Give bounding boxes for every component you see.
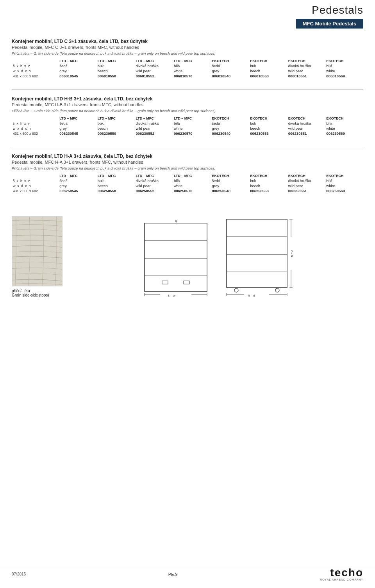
section3-dim-header xyxy=(12,173,58,178)
side-diagram: h – d v – h xyxy=(223,215,301,297)
section2-subtitle: Příčná léta – Grain side-side (léta pouz… xyxy=(12,109,363,113)
s1-label-sh: š x h x v xyxy=(12,63,58,68)
s3-c6-sub2: beech xyxy=(249,183,287,188)
diagrams-area: φ š – w h xyxy=(78,215,363,297)
section1-subtitle: Příčná léta – Grain side-side (léta pouz… xyxy=(12,51,363,55)
s3-c2-sub1: buk xyxy=(96,178,135,183)
s2-col5-header: EKOTECH xyxy=(211,116,249,121)
s3-c5-sub1: šedá xyxy=(211,178,249,183)
s2-c8-sub2: white xyxy=(325,126,363,131)
s2-c7-sub2: wild pear xyxy=(287,126,325,131)
section2-header-row: LTD – MFC LTD – MFC LTD – MFC LTD – MFC … xyxy=(12,116,363,121)
s2-c6-sub2: beech xyxy=(249,126,287,131)
s1-c1-sub2: grey xyxy=(58,68,96,73)
s1-c2-code: 006810550 xyxy=(96,73,135,79)
s2-col3-header: LTD – MFC xyxy=(134,116,173,121)
s1-c3-sub1: divoká hruška xyxy=(134,63,173,68)
grain-image xyxy=(12,216,62,286)
s1-c6-sub2: beech xyxy=(249,68,287,73)
s1-row-sub1: š x h x v šedá buk divoká hruška bílá še… xyxy=(12,63,363,68)
s3-c5-code: 006250540 xyxy=(211,188,249,193)
s1-col3-header: LTD – MFC xyxy=(134,59,173,63)
section1-title-cz: Kontejner mobilní, LTD C 3+1 zásuvka, če… xyxy=(12,39,363,44)
svg-rect-0 xyxy=(12,216,62,286)
s3-c1-sub1: šedá xyxy=(58,178,96,183)
s2-dims: 431 x 600 x 602 xyxy=(12,131,58,136)
s1-col7-header: EKOTECH xyxy=(287,59,325,63)
s3-c8-sub2: white xyxy=(325,183,363,188)
section2-table: LTD – MFC LTD – MFC LTD – MFC LTD – MFC … xyxy=(12,116,363,136)
s3-c5-sub2: grey xyxy=(211,183,249,188)
s1-c7-code: 006810551 xyxy=(287,73,325,79)
s1-col8-header: EKOTECH xyxy=(325,59,363,63)
svg-text:h – d: h – d xyxy=(248,294,255,297)
svg-text:φ: φ xyxy=(175,219,177,223)
s3-dims: 431 x 600 x 602 xyxy=(12,188,58,193)
s1-c8-code: 006810569 xyxy=(325,73,363,79)
s3-c7-code: 006250551 xyxy=(287,188,325,193)
s3-col7-header: EKOTECH xyxy=(287,173,325,178)
s2-label-wx: w x d x h xyxy=(12,126,58,131)
grain-wrapper: příčná léta Grain side-side (tops) xyxy=(12,216,78,297)
page-title: Pedestals xyxy=(312,4,363,16)
s3-c6-code: 006250553 xyxy=(249,188,287,193)
divider2 xyxy=(12,147,363,147)
s1-c3-sub2: wild pear xyxy=(134,68,173,73)
grain-svg xyxy=(12,216,62,286)
s1-c3-code: 006810552 xyxy=(134,73,173,79)
s2-c4-sub2: white xyxy=(173,126,211,131)
s1-c1-sub1: šedá xyxy=(58,63,96,68)
s3-c4-sub1: bílá xyxy=(173,178,211,183)
s2-c7-sub1: divoká hruška xyxy=(287,121,325,126)
grain-caption-en: Grain side-side (tops) xyxy=(12,293,49,297)
footer-date: 07/2015 xyxy=(12,572,26,576)
svg-rect-1 xyxy=(145,223,207,291)
s3-c7-sub1: divoká hruška xyxy=(287,178,325,183)
section1-title-en: Pedestal mobile, MFC C 3+1 drawers, fron… xyxy=(12,45,363,50)
s2-c8-sub1: bílá xyxy=(325,121,363,126)
section2-title-en: Pedestal mobile, MFC H-B 3+1 drawers, fr… xyxy=(12,102,363,107)
s2-c7-code: 006230551 xyxy=(287,131,325,136)
side-diagram-svg: h – d v – h xyxy=(223,215,301,297)
s2-col8-header: EKOTECH xyxy=(325,116,363,121)
s1-c4-code: 006810570 xyxy=(173,73,211,79)
page-header-area: Pedestals MFC Mobile Pedestals xyxy=(0,0,375,29)
s1-c1-code: 006810545 xyxy=(58,73,96,79)
s3-col2-header: LTD – MFC xyxy=(96,173,135,178)
s2-row-codes: 431 x 600 x 602 006230545 006230550 0062… xyxy=(12,131,363,136)
s2-col6-header: EKOTECH xyxy=(249,116,287,121)
s3-row-sub1: š x h x v šedá buk divoká hruška bílá še… xyxy=(12,178,363,183)
s2-c4-code: 006230570 xyxy=(173,131,211,136)
grain-caption-cz: příčná léta xyxy=(12,289,49,293)
s2-col1-header: LTD – MFC xyxy=(58,116,96,121)
s1-c5-sub2: grey xyxy=(211,68,249,73)
page-footer: 07/2015 PE.9 techo ROYAL AHREND COMPANY xyxy=(0,567,375,581)
s3-c2-code: 006250550 xyxy=(96,188,135,193)
s1-c7-sub2: wild pear xyxy=(287,68,325,73)
header-right: Pedestals MFC Mobile Pedestals xyxy=(296,4,363,29)
s3-c7-sub2: wild pear xyxy=(287,183,325,188)
s2-c5-code: 006230540 xyxy=(211,131,249,136)
s1-c7-sub1: divoká hruška xyxy=(287,63,325,68)
s1-c8-sub1: bílá xyxy=(325,63,363,68)
s3-col8-header: EKOTECH xyxy=(325,173,363,178)
s2-c5-sub1: šedá xyxy=(211,121,249,126)
s2-c1-sub1: šedá xyxy=(58,121,96,126)
s2-c5-sub2: grey xyxy=(211,126,249,131)
s3-c3-sub1: divoká hruška xyxy=(134,178,173,183)
s3-c3-sub2: wild pear xyxy=(134,183,173,188)
s2-c2-sub2: beech xyxy=(96,126,135,131)
s3-c4-code: 006250570 xyxy=(173,188,211,193)
s1-c2-sub1: buk xyxy=(96,63,135,68)
section1-table: LTD – MFC LTD – MFC LTD – MFC LTD – MFC … xyxy=(12,59,363,79)
s2-label-sh: š x h x v xyxy=(12,121,58,126)
s3-c1-code: 006250545 xyxy=(58,188,96,193)
svg-point-18 xyxy=(275,288,279,292)
s3-c4-sub2: white xyxy=(173,183,211,188)
section2-dim-header xyxy=(12,116,58,121)
s2-c3-code: 006230552 xyxy=(134,131,173,136)
s1-c6-sub1: buk xyxy=(249,63,287,68)
section3-header-row: LTD – MFC LTD – MFC LTD – MFC LTD – MFC … xyxy=(12,173,363,178)
s2-c6-code: 006230553 xyxy=(249,131,287,136)
section3-subtitle: Příčná léta – Grain side-side (léta pouz… xyxy=(12,166,363,170)
